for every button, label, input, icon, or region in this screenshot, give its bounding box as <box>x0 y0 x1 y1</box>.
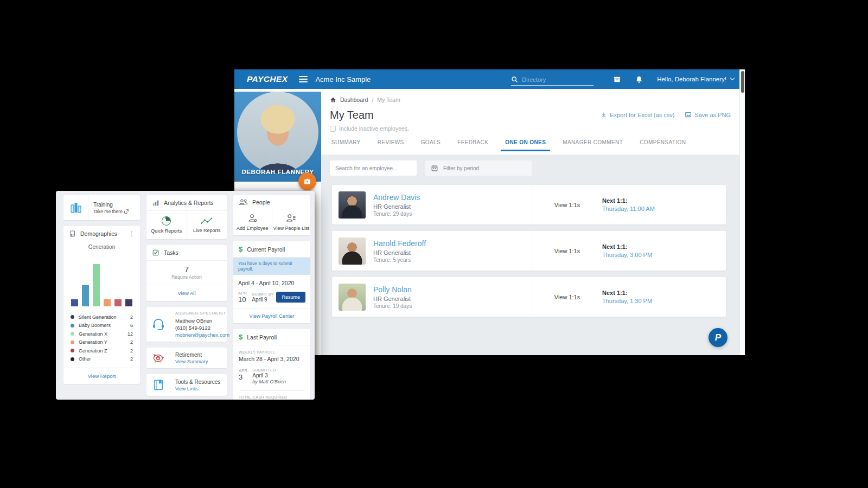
analytics-reports-card: Analytics & Reports Quick Reports Live R… <box>146 195 227 239</box>
employee-role: HR Generalist <box>373 296 532 302</box>
breadcrumb-dashboard[interactable]: Dashboard <box>340 97 368 103</box>
specialist-label: ASSIGNED SPECIALIST <box>175 311 229 316</box>
scrollbar-thumb[interactable] <box>741 71 744 93</box>
training-link[interactable]: Take me there <box>93 209 129 214</box>
view-ones-link[interactable]: View 1:1s <box>532 231 602 271</box>
generation-legend: Silent Generation2Baby Boomers6Generatio… <box>63 306 140 364</box>
notifications-bell-icon[interactable] <box>635 75 643 84</box>
include-inactive-label: Include inactive employees. <box>339 125 409 132</box>
bar-generation-x <box>93 264 100 306</box>
training-title: Training <box>93 202 129 208</box>
current-payroll-title: Current Payroll <box>247 246 285 253</box>
specialist-name: Matthew OBrien <box>175 318 229 324</box>
next-label: Next 1:1: <box>602 290 726 296</box>
total-cash-label: TOTAL CASH REQUIRED <box>239 395 305 399</box>
specialist-email-link[interactable]: mobrien@paychex.com <box>175 332 229 338</box>
main-content: Dashboard / My Team My Team Export for E… <box>321 89 739 355</box>
kebab-menu-icon[interactable]: ⋮ <box>129 230 135 237</box>
legend-dot <box>71 349 74 352</box>
tab-compensation[interactable]: COMPENSATION <box>639 139 687 151</box>
current-payroll-card: $ Current Payroll You have 5 days to sub… <box>233 241 310 323</box>
employee-tenure: Tenure: 5 years <box>373 257 532 263</box>
dollar-icon: $ <box>239 333 242 341</box>
stage: PAYCHEX Acme Inc Sample Hello, Deborah F… <box>0 0 868 488</box>
legend-label: Generation X <box>79 331 127 337</box>
retirement-card: Retirement View Summary <box>146 348 227 368</box>
employee-search-input[interactable] <box>330 160 417 176</box>
last-payroll-calendar-date: APR 3 <box>239 368 247 384</box>
employee-list: Andrew Davis HR Generalist Tenure: 29 da… <box>332 185 726 317</box>
next-time[interactable]: Thursday, 11:00 AM <box>602 206 726 212</box>
employee-row: Polly Nolan HR Generalist Tenure: 19 day… <box>332 277 726 317</box>
tasks-check-icon <box>152 249 159 256</box>
filter-by-period-input[interactable] <box>443 165 519 171</box>
submit-by: SUBMIT BY April 9 <box>252 292 273 303</box>
calendar-icon <box>431 164 438 172</box>
user-menu[interactable]: Hello, Deborah Flannery! <box>657 76 734 82</box>
inbox-icon[interactable] <box>613 75 621 84</box>
training-books-icon <box>69 201 83 214</box>
employee-row: Harold Federoff HR Generalist Tenure: 5 … <box>332 231 726 271</box>
export-excel-link[interactable]: Export for Excel (as csv) <box>601 111 674 118</box>
search-icon <box>511 76 518 83</box>
chevron-down-icon <box>730 76 735 80</box>
employee-row: Andrew Davis HR Generalist Tenure: 29 da… <box>332 185 726 224</box>
directory-search[interactable] <box>511 76 593 86</box>
headset-icon <box>151 317 165 331</box>
tasks-view-all-link[interactable]: View All <box>146 285 227 301</box>
current-payroll-period: April 4 - April 10, 2020 <box>233 275 310 290</box>
hamburger-menu-icon[interactable] <box>299 74 308 84</box>
view-payroll-center-link[interactable]: View Payroll Center <box>233 308 310 323</box>
breadcrumb-current: My Team <box>377 97 400 103</box>
scrollbar[interactable] <box>739 69 745 355</box>
view-ones-link[interactable]: View 1:1s <box>532 277 602 317</box>
assigned-specialist-card: ASSIGNED SPECIALIST Matthew OBrien (610)… <box>146 307 227 342</box>
employee-name[interactable]: Polly Nolan <box>373 285 532 294</box>
legend-value: 2 <box>130 356 133 362</box>
employee-role: HR Generalist <box>373 203 532 210</box>
payroll-alert: You have 5 days to submit payroll. <box>233 258 310 275</box>
camera-button[interactable] <box>298 172 316 190</box>
download-icon <box>601 112 607 118</box>
legend-value: 2 <box>130 339 133 345</box>
tools-view-links-link[interactable]: View Links <box>175 386 220 391</box>
quick-reports-button[interactable]: Quick Reports <box>146 211 187 239</box>
tab-feedback[interactable]: FEEDBACK <box>456 139 489 151</box>
home-icon[interactable] <box>330 97 336 103</box>
filter-by-period-field[interactable] <box>425 160 532 176</box>
bar-baby-boomers <box>82 285 89 306</box>
directory-search-input[interactable] <box>522 76 582 83</box>
last-payroll-title: Last Payroll <box>247 334 277 341</box>
view-report-link[interactable]: View Report <box>63 368 140 384</box>
live-reports-button[interactable]: Live Reports <box>187 211 227 239</box>
tab-summary[interactable]: SUMMARY <box>330 139 362 151</box>
greeting-text: Hello, Deborah Flannery! <box>657 76 726 82</box>
tab-manager-comment[interactable]: MANAGER COMMENT <box>561 139 624 151</box>
paychex-fab[interactable]: P <box>709 328 727 347</box>
employee-name[interactable]: Harold Federoff <box>373 239 532 248</box>
next-label: Next 1:1: <box>602 243 726 250</box>
resume-button[interactable]: Resume <box>276 292 305 303</box>
legend-dot <box>71 332 74 336</box>
breadcrumb-separator: / <box>372 97 373 103</box>
people-card: People Add Employee View People List <box>233 195 310 235</box>
submitted-info: SUBMITTED April 3 by Matt O'Brien <box>252 368 286 384</box>
legend-label: Silent Generation <box>79 314 130 320</box>
next-time[interactable]: Thursday, 1:30 PM <box>602 298 726 304</box>
add-employee-button[interactable]: Add Employee <box>233 209 272 235</box>
view-ones-link[interactable]: View 1:1s <box>532 185 602 224</box>
pie-chart-icon <box>161 215 172 227</box>
tab-one-on-ones[interactable]: ONE ON ONES <box>501 139 550 151</box>
retirement-view-summary-link[interactable]: View Summary <box>175 359 208 364</box>
view-people-list-button[interactable]: View People List <box>272 209 311 235</box>
save-png-link[interactable]: Save as PNG <box>685 111 731 118</box>
employee-avatar <box>339 284 366 311</box>
employee-role: HR Generalist <box>373 249 532 256</box>
tab-reviews[interactable]: REVIEWS <box>376 139 405 151</box>
tab-goals[interactable]: GOALS <box>420 139 442 151</box>
next-time[interactable]: Thursday, 3:00 PM <box>602 252 726 258</box>
include-inactive-checkbox[interactable] <box>330 126 336 132</box>
training-card[interactable]: Training Take me there <box>63 195 140 220</box>
people-list-icon <box>286 214 296 223</box>
employee-name[interactable]: Andrew Davis <box>373 193 532 202</box>
